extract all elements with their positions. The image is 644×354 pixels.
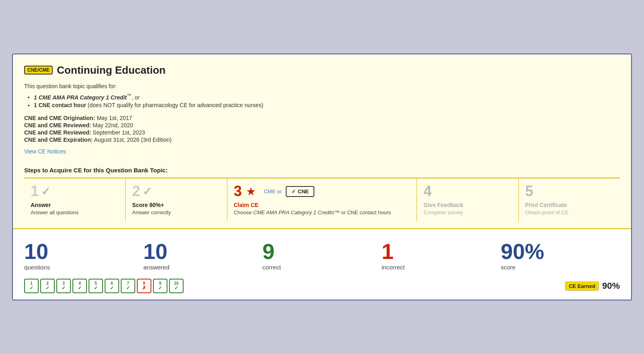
step-3-label: Claim CE: [234, 202, 411, 208]
step-4-cell: 4 Give Feedback Complete survey: [417, 178, 518, 221]
stat-score: 90% score: [501, 240, 620, 271]
qualifies-text: This question bank topic qualifies for:: [24, 83, 620, 89]
stat-incorrect-label: incorrect: [382, 264, 493, 271]
step-2-cell: 2 ✓ Score 80%+ Answer correctly: [126, 178, 227, 221]
stats-row: 10 questions 10 answered 9 correct 1 inc…: [24, 240, 620, 271]
reviewed2-line: CNE and CME Reviewed: September 1st, 202…: [24, 129, 620, 136]
q-icon-7: ✓: [126, 286, 130, 290]
question-box-8[interactable]: 8 ✗: [137, 279, 151, 293]
stat-answered-value: 10: [143, 240, 254, 262]
questions-row: 1 ✓2 ✓3 ✓4 ✓5 ✓6 ✓7 ✓8 ✗9 ✓10 ✓ CE Earne…: [24, 279, 620, 293]
question-box-4[interactable]: 4 ✓: [72, 279, 87, 293]
question-box-6[interactable]: 6 ✓: [105, 279, 119, 293]
stat-correct-label: correct: [262, 264, 374, 271]
cne-button[interactable]: ✓ CNE: [286, 186, 314, 197]
stat-incorrect: 1 incorrect: [382, 240, 501, 271]
bullet-cme: 1 CME AMA PRA Category 1 Credit™, or: [34, 93, 620, 101]
question-box-2[interactable]: 2 ✓: [40, 279, 55, 293]
step-1-num-row: 1 ✓: [31, 184, 119, 199]
step-5-num-row: 5: [525, 184, 613, 199]
step-3-cell: 3 ★ CME or ✓ CNE Claim CE Choose CME AMA…: [227, 178, 417, 221]
step-3-number: 3: [234, 184, 242, 199]
stat-correct-value: 9: [262, 240, 374, 262]
stat-questions-value: 10: [24, 240, 135, 262]
meta-info: CNE and CME Origination: May 1st, 2017 C…: [24, 115, 620, 143]
q-icon-9: ✓: [158, 286, 162, 290]
view-ce-notices-link[interactable]: View CE Notices: [24, 148, 66, 155]
q-icon-1: ✓: [29, 286, 33, 290]
stat-answered: 10 answered: [143, 240, 262, 271]
step-3-top-row: 3 ★ CME or ✓ CNE: [234, 184, 411, 199]
question-box-10[interactable]: 10 ✓: [169, 279, 184, 293]
question-boxes: 1 ✓2 ✓3 ✓4 ✓5 ✓6 ✓7 ✓8 ✗9 ✓10 ✓: [24, 279, 184, 293]
question-box-1[interactable]: 1 ✓: [24, 279, 39, 293]
step-1-cell: 1 ✓ Answer Answer all questions: [24, 178, 126, 221]
stat-score-label: score: [501, 264, 612, 271]
q-icon-5: ✓: [94, 286, 98, 290]
stat-answered-label: answered: [143, 264, 254, 271]
step-2-checkmark: ✓: [142, 185, 152, 198]
question-box-5[interactable]: 5 ✓: [89, 279, 103, 293]
title-row: CNE/CME Continuing Education: [24, 64, 620, 77]
stat-questions: 10 questions: [24, 240, 143, 271]
main-container: CNE/CME Continuing Education This questi…: [12, 54, 632, 301]
cne-cme-badge: CNE/CME: [24, 66, 53, 75]
expiration-line: CNE and CME Expiration: August 31st, 202…: [24, 137, 620, 143]
stat-score-value: 90%: [501, 240, 612, 262]
question-box-3[interactable]: 3 ✓: [56, 279, 71, 293]
cme-or-label: CME or: [264, 188, 282, 195]
step-2-num-row: 2 ✓: [132, 184, 220, 199]
step-5-sublabel: Obtain proof of CE: [525, 209, 613, 215]
step-1-sublabel: Answer all questions: [31, 209, 119, 215]
step-1-number: 1: [31, 184, 39, 199]
q-icon-10: ✓: [174, 286, 178, 290]
stat-correct: 9 correct: [262, 240, 382, 271]
q-icon-2: ✓: [45, 286, 50, 290]
step-1-label: Answer: [31, 202, 119, 208]
question-box-9[interactable]: 9 ✓: [153, 279, 167, 293]
q-icon-8: ✗: [142, 286, 146, 290]
question-box-7[interactable]: 7 ✓: [121, 279, 135, 293]
ce-info-section: CNE/CME Continuing Education This questi…: [13, 54, 631, 230]
reviewed1-line: CNE and CME Reviewed: May 22nd, 2020: [24, 122, 620, 128]
bullet-cne: 1 CNE contact hour (does NOT qualify for…: [34, 102, 620, 108]
step-5-number: 5: [525, 184, 533, 199]
cne-check-icon: ✓: [291, 188, 296, 195]
step-4-sublabel: Complete survey: [423, 209, 512, 215]
ce-earned-badge: CE Earned 90%: [565, 281, 620, 291]
stats-section: 10 questions 10 answered 9 correct 1 inc…: [13, 229, 631, 300]
step-4-num-row: 4: [423, 184, 512, 199]
steps-title: Steps to Acquire CE for this Question Ba…: [24, 167, 620, 174]
step-2-label: Score 80%+: [132, 202, 220, 208]
step-4-number: 4: [423, 184, 431, 199]
origination-line: CNE and CME Origination: May 1st, 2017: [24, 115, 620, 121]
stat-questions-label: questions: [24, 264, 135, 271]
step-5-cell: 5 Print Certificate Obtain proof of CE: [519, 178, 620, 221]
cne-button-label: CNE: [298, 188, 309, 195]
page-title: Continuing Education: [57, 64, 165, 77]
ce-earned-value: 90%: [602, 281, 620, 291]
step-3-sublabel: Choose CME AMA PRA Category 1 Credits™ o…: [234, 209, 411, 215]
qualifies-list: 1 CME AMA PRA Category 1 Credit™, or 1 C…: [34, 93, 620, 109]
step-1-checkmark: ✓: [41, 185, 50, 198]
step-2-number: 2: [132, 184, 140, 199]
steps-row: 1 ✓ Answer Answer all questions 2 ✓ Scor…: [24, 178, 620, 221]
q-icon-6: ✓: [110, 286, 114, 290]
q-icon-3: ✓: [62, 286, 66, 290]
step-3-star-icon: ★: [246, 185, 256, 198]
step-2-sublabel: Answer correctly: [132, 209, 220, 215]
q-icon-4: ✓: [78, 286, 82, 290]
step-5-label: Print Certificate: [525, 202, 613, 208]
stat-incorrect-value: 1: [382, 240, 493, 262]
ce-earned-label: CE Earned: [565, 282, 599, 291]
step-4-label: Give Feedback: [423, 202, 512, 208]
